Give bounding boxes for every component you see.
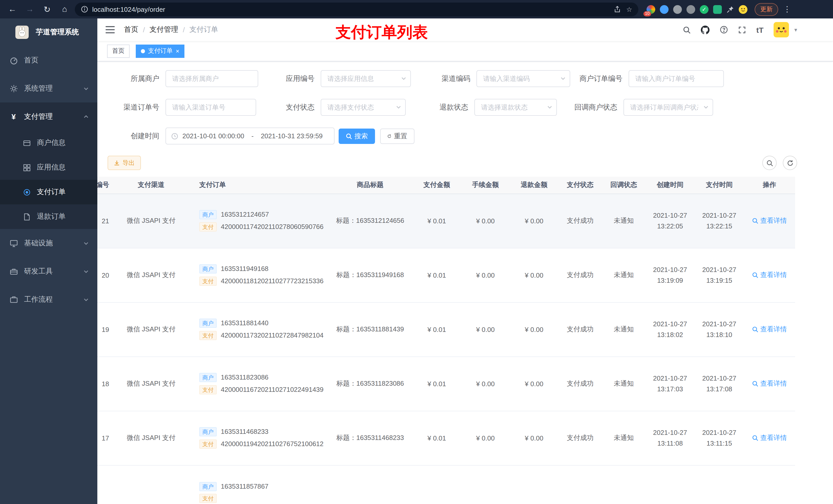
screen: ← → ↻ ⌂ localhost:1024/pay/order ☆ ✓ [0,0,833,504]
cell-amount: ¥ 0.01 [412,411,461,465]
bookmark-star-icon[interactable]: ☆ [626,5,632,13]
view-detail-link[interactable]: 查看详情 [752,433,787,442]
cell-channel: 微信 JSAPI 支付 [110,411,192,465]
table-row: 20 微信 JSAPI 支付 商户1635311949168 支付4200001… [97,248,795,302]
channel-order-no-input[interactable] [165,99,256,116]
cell-amount: ¥ 0.01 [412,357,461,411]
search-icon[interactable] [683,26,691,33]
col-refund: 退款金额 [510,177,558,194]
cell-status: 支付成功 [558,248,602,302]
sidebar-item-pay-order[interactable]: 支付订单 [0,180,97,205]
address-bar[interactable]: localhost:1024/pay/order ☆ [75,2,638,16]
date-start[interactable]: 2021-10-01 00:00:00 [182,132,244,140]
channel-code-select[interactable] [476,70,570,87]
refund-status-select[interactable] [474,99,557,116]
browser-update-button[interactable]: 更新 [755,3,778,16]
col-order: 支付订单 [192,177,328,194]
toggle-search-button[interactable] [762,156,777,170]
forward-icon[interactable]: → [23,2,37,16]
tab-pay-order[interactable]: 支付订单 × [136,44,185,57]
app-select[interactable] [321,70,411,87]
cell-amount: ¥ 0.01 [412,302,461,357]
reset-button[interactable]: 重置 [380,128,414,144]
filter-refund-status: 退款状态 [413,99,557,116]
yen-icon: ¥ [9,112,18,121]
sidebar-item-system[interactable]: 系统管理 [0,74,97,102]
merchant-input[interactable] [165,70,258,87]
clock-icon [171,133,178,140]
view-detail-link[interactable]: 查看详情 [752,325,787,334]
cell-action: 查看详情 [744,248,795,302]
date-range-picker[interactable]: 2021-10-01 00:00:00 - 2021-10-31 23:59:5… [165,127,335,144]
cell-fee: ¥ 0.00 [461,411,510,465]
extension-face-icon[interactable] [739,5,747,14]
date-end[interactable]: 2021-10-31 23:59:59 [261,132,323,140]
cell-id [97,465,110,504]
main-content: 首页 / 支付管理 / 支付订单 支付订单列表 [97,19,833,504]
breadcrumb-payment[interactable]: 支付管理 [149,25,178,34]
circle-dot-icon [23,188,31,196]
extension-gray2-icon[interactable] [687,5,695,14]
refresh-button[interactable] [783,156,797,170]
help-icon[interactable] [720,26,728,34]
home-icon[interactable]: ⌂ [57,2,72,16]
col-title: 商品标题 [328,177,412,194]
back-icon[interactable]: ← [5,2,20,16]
pay-tag: 支付 [199,439,217,449]
extension-green-square-icon[interactable] [713,5,722,14]
search-form: 所属商户 应用编号 渠道编码 [97,62,833,144]
sidebar-item-refund-order[interactable]: 退款订单 [0,205,97,229]
font-size-icon[interactable]: tT [756,25,764,34]
export-button[interactable]: 导出 [108,156,141,170]
share-icon[interactable] [614,6,621,13]
cell-order: 商户1635312124657 支付4200001174202110278060… [192,194,328,248]
chevron-down-icon [83,85,89,91]
user-menu[interactable]: ▾ [774,22,797,38]
site-info-icon[interactable] [81,6,88,13]
callback-status-select[interactable] [623,99,713,116]
merchant-order-no-input[interactable] [628,70,724,87]
extension-blue-icon[interactable] [660,5,669,14]
cell-amount [412,465,461,504]
view-detail-link[interactable]: 查看详情 [752,216,787,225]
merchant-tag: 商户 [199,264,217,273]
sidebar-item-merchant-info[interactable]: 商户信息 [0,130,97,155]
cell-refund: ¥ 0.00 [510,357,558,411]
cell-title: 标题：1635311949168 [328,248,412,302]
filter-pay-status: 支付状态 [260,99,406,116]
cell-create-time: 2021-10-2713:19:09 [645,248,695,302]
cell-id: 18 [97,357,110,411]
filter-channel-code: 渠道编码 [415,70,570,87]
tab-home[interactable]: 首页 [107,44,129,57]
logo[interactable]: 芋道管理系统 [0,19,97,46]
view-detail-link[interactable]: 查看详情 [752,270,787,280]
pay-status-select[interactable] [321,99,406,116]
search-button[interactable]: 搜索 [339,128,375,144]
user-avatar[interactable] [774,22,789,38]
view-detail-link[interactable]: 查看详情 [752,379,787,388]
pin-icon[interactable] [727,5,734,13]
reload-icon[interactable]: ↻ [40,2,54,16]
cell-refund [510,465,558,504]
sidebar-item-devtools[interactable]: 研发工具 [0,257,97,285]
fullscreen-icon[interactable] [738,26,746,33]
orders-table-container: 编号 支付渠道 支付订单 商品标题 支付金额 手续金额 退款金额 支付状态 回调… [97,177,833,504]
github-icon[interactable] [701,25,710,34]
sidebar-item-workflow[interactable]: 工作流程 [0,285,97,313]
filter-merchant: 所属商户 [97,70,258,87]
sidebar: 芋道管理系统 首页 系统管理 ¥ 支付管理 [0,19,97,504]
url-text[interactable]: localhost:1024/pay/order [92,5,610,13]
cell-pay-time: 2021-10-2713:22:15 [695,194,744,248]
sidebar-item-payment[interactable]: ¥ 支付管理 [0,102,97,130]
sidebar-item-app-info[interactable]: 应用信息 [0,155,97,180]
extension-gray-icon[interactable] [673,5,682,14]
browser-menu-icon[interactable]: ⋮ [781,5,793,14]
extension-colorful-icon[interactable] [646,5,655,14]
sidebar-item-infra[interactable]: 基础设施 [0,229,97,257]
extension-green-check-icon[interactable]: ✓ [700,5,709,14]
breadcrumb-home[interactable]: 首页 [124,25,138,34]
pay-tag: 支付 [199,385,217,394]
sidebar-item-home[interactable]: 首页 [0,46,97,74]
sidebar-toggle-icon[interactable] [105,26,115,33]
tab-close-icon[interactable]: × [176,48,179,54]
